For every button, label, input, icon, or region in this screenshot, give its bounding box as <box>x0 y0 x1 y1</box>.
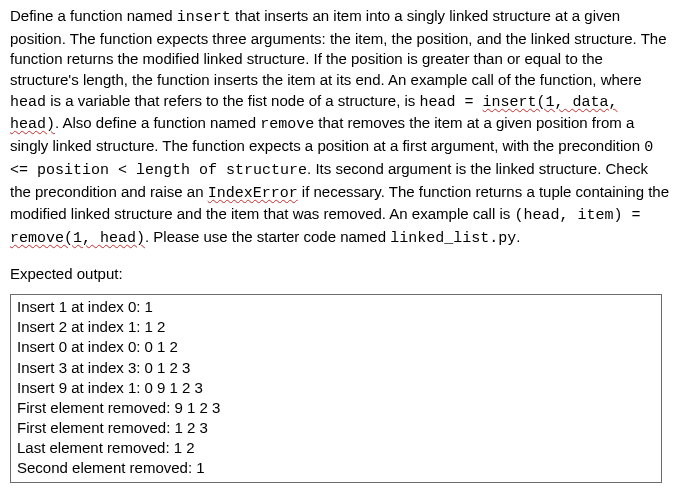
output-line: Insert 2 at index 1: 1 2 <box>17 317 655 337</box>
output-line: Insert 3 at index 3: 0 1 2 3 <box>17 358 655 378</box>
expected-output-box: Insert 1 at index 0: 1 Insert 2 at index… <box>10 294 662 483</box>
code-indexerror: IndexError <box>208 185 298 202</box>
problem-description: Define a function named insert that inse… <box>10 6 670 250</box>
output-line: Insert 9 at index 1: 0 9 1 2 3 <box>17 378 655 398</box>
code-call-remove: remove(1, head) <box>10 230 145 247</box>
code-head-eq: head = <box>420 94 483 111</box>
output-line: Last element removed: 1 2 <box>17 438 655 458</box>
output-line: Insert 0 at index 0: 0 1 2 <box>17 337 655 357</box>
text-3: is a variable that refers to the fist no… <box>46 92 420 109</box>
output-line: Insert 1 at index 0: 1 <box>17 297 655 317</box>
expected-output-label: Expected output: <box>10 264 670 285</box>
text-8: . Please use the starter code named <box>145 228 390 245</box>
code-filename: linked_list.py <box>390 230 516 247</box>
code-head: head <box>10 94 46 111</box>
text-4: . Also define a function named <box>55 114 260 131</box>
text-9: . <box>516 228 520 245</box>
output-line: First element removed: 9 1 2 3 <box>17 398 655 418</box>
output-line: Second element removed: 1 <box>17 458 655 478</box>
code-tuple: (head, item) = <box>514 207 640 224</box>
code-remove: remove <box>260 116 314 133</box>
code-insert: insert <box>177 9 231 26</box>
text-1: Define a function named <box>10 7 177 24</box>
output-line: First element removed: 1 2 3 <box>17 418 655 438</box>
